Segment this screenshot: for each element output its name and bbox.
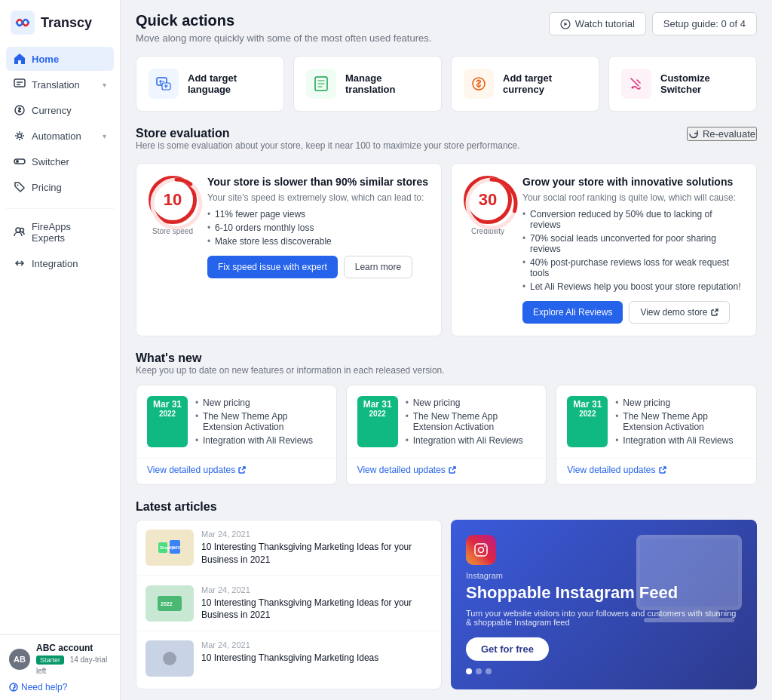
- credibility-issue-0: Conversion reduced by 50% due to lacking…: [522, 207, 744, 232]
- sidebar-item-home-label: Home: [32, 54, 59, 65]
- view-demo-button[interactable]: View demo store: [629, 301, 729, 324]
- sidebar-item-automation[interactable]: Automation ▾: [6, 124, 114, 148]
- ad-desc: Turn your website visitors into your fol…: [466, 609, 742, 627]
- fix-speed-button[interactable]: Fix speed issue with expert: [207, 256, 338, 278]
- store-evaluation-section: Store evaluation Here is some evaluation…: [136, 127, 757, 336]
- ad-title: Shoppable Instagram Feed: [466, 583, 742, 603]
- external-link-icon-2: [659, 466, 666, 474]
- play-icon: [560, 19, 571, 29]
- news-item-1-1: The New Theme App Extension Activation: [406, 410, 536, 434]
- article-item-0[interactable]: WIX Shopify Mar 24, 2021 10 Interesting …: [136, 520, 441, 576]
- whats-new-title: What's new: [136, 352, 757, 365]
- logo-icon: [11, 11, 35, 35]
- news-link-0[interactable]: View detailed updates: [147, 465, 326, 475]
- sidebar-item-automation-label: Automation: [32, 130, 81, 142]
- news-item-1-2: Integration with Ali Reviews: [406, 434, 536, 447]
- speed-issue-2: Make store less discoverable: [207, 235, 428, 248]
- article-date-1: Mar 24, 2021: [201, 585, 432, 594]
- news-link-1[interactable]: View detailed updates: [357, 465, 536, 475]
- automation-chevron-icon: ▾: [103, 132, 106, 140]
- credibility-gauge: 30 Credibility: [464, 176, 512, 324]
- store-eval-subtitle: Here is some evaluation about your store…: [136, 140, 520, 151]
- svg-point-36: [479, 548, 484, 553]
- re-evaluate-button[interactable]: Re-evaluate: [687, 127, 757, 141]
- pricing-icon: [14, 181, 26, 193]
- logo: Transcy: [0, 0, 120, 42]
- credibility-issues-list: Conversion reduced by 50% due to lacking…: [522, 207, 744, 293]
- get-free-button[interactable]: Get for free: [466, 637, 549, 661]
- svg-text:2022: 2022: [161, 601, 173, 606]
- sidebar-item-integration[interactable]: Integration: [6, 251, 114, 275]
- article-title-0: 10 Interesting Thanksgiving Marketing Id…: [201, 541, 432, 566]
- speed-issue-0: 11% fewer page views: [207, 207, 428, 221]
- sidebar-item-currency[interactable]: Currency: [6, 98, 114, 122]
- currency-icon: [14, 104, 26, 116]
- credibility-issue-2: 40% post-purchase reviews loss for weak …: [522, 256, 744, 280]
- news-item-0-1: The New Theme App Extension Activation: [195, 410, 326, 434]
- home-icon: [14, 53, 26, 65]
- article-image-2: [155, 647, 185, 670]
- sidebar-item-switcher[interactable]: Switcher: [6, 149, 114, 173]
- ad-platform: Instagram: [466, 571, 742, 580]
- instagram-icon: [473, 542, 489, 558]
- speed-score-circle: 10: [149, 176, 197, 224]
- automation-icon: [14, 130, 26, 142]
- account-info: AB ABC account Starter 14 day-trial left: [9, 643, 111, 676]
- quick-actions-grid: Add target language Manage translation A…: [136, 56, 757, 112]
- svg-point-16: [632, 87, 634, 89]
- logo-text: Transcy: [41, 15, 92, 31]
- account-badge: Starter: [36, 655, 64, 665]
- article-item-1[interactable]: 2022 Mar 24, 2021 10 Interesting Thanksg…: [136, 576, 441, 632]
- news-card-1: Mar 31 2022 New pricing The New Theme Ap…: [346, 385, 547, 485]
- sidebar-item-home[interactable]: Home: [6, 47, 114, 71]
- news-item-1-0: New pricing: [406, 396, 536, 410]
- action-add-currency[interactable]: Add target currency: [451, 56, 599, 112]
- article-image-1: 2022: [155, 592, 185, 615]
- action-manage-translation[interactable]: Manage translation: [293, 56, 442, 112]
- action-customize-switcher[interactable]: Customize Switcher: [608, 56, 757, 112]
- add-language-label: Add target language: [188, 72, 271, 95]
- latest-articles-section: Latest articles WIX Shopify: [136, 500, 757, 689]
- action-add-language[interactable]: Add target language: [136, 56, 284, 112]
- sidebar-item-pricing[interactable]: Pricing: [6, 175, 114, 199]
- articles-list: WIX Shopify Mar 24, 2021 10 Interesting …: [136, 520, 442, 689]
- credibility-issue-1: 70% social leads unconverted for poor sh…: [522, 232, 744, 256]
- customize-switcher-label: Customize Switcher: [660, 72, 744, 95]
- sidebar-item-fireapps[interactable]: FireApps Experts: [6, 215, 114, 250]
- integration-icon: [14, 257, 26, 269]
- article-thumb-1: 2022: [146, 585, 194, 622]
- external-link-icon: [711, 309, 718, 316]
- learn-more-button[interactable]: Learn more: [344, 256, 412, 278]
- instagram-icon-box: [466, 535, 496, 565]
- need-help-text: Need help?: [21, 682, 67, 692]
- setup-guide-button[interactable]: Setup guide: 0 of 4: [652, 12, 757, 35]
- article-item-2[interactable]: Mar 24, 2021 10 Interesting Thanksgiving…: [136, 631, 441, 686]
- ad-dot-2: [486, 668, 492, 674]
- need-help-link[interactable]: Need help?: [9, 682, 111, 692]
- translate-icon: [155, 75, 172, 92]
- sidebar-item-currency-label: Currency: [32, 105, 72, 116]
- explore-ali-button[interactable]: Explore Ali Reviews: [522, 301, 623, 324]
- news-link-2[interactable]: View detailed updates: [567, 465, 746, 475]
- articles-grid: WIX Shopify Mar 24, 2021 10 Interesting …: [136, 520, 757, 689]
- svg-point-37: [484, 545, 486, 547]
- page-subtitle: Move along more quickly with some of the…: [136, 32, 431, 44]
- switcher-icon: [14, 155, 26, 167]
- watch-tutorial-button[interactable]: Watch tutorial: [549, 12, 646, 35]
- header-actions: Watch tutorial Setup guide: 0 of 4: [549, 12, 757, 35]
- news-date-badge-1: Mar 31 2022: [357, 396, 398, 447]
- svg-text:Shopify: Shopify: [160, 545, 174, 550]
- add-language-icon-box: [149, 69, 179, 99]
- news-item-0-2: Integration with Ali Reviews: [195, 434, 326, 447]
- sidebar-item-integration-label: Integration: [32, 258, 78, 269]
- svg-point-17: [152, 180, 201, 228]
- speed-issues-list: 11% fewer page views 6-10 orders monthly…: [207, 207, 428, 248]
- sidebar-item-translation[interactable]: Translation ▾: [6, 72, 114, 97]
- news-item-2-0: New pricing: [615, 396, 746, 410]
- article-date-2: Mar 24, 2021: [201, 640, 378, 649]
- help-icon: [9, 683, 18, 692]
- customize-switcher-icon-box: [621, 69, 651, 99]
- news-item-0-0: New pricing: [195, 396, 326, 410]
- svg-point-10: [14, 689, 14, 690]
- credibility-card-desc: Your social roof ranking is quite low, w…: [522, 192, 744, 203]
